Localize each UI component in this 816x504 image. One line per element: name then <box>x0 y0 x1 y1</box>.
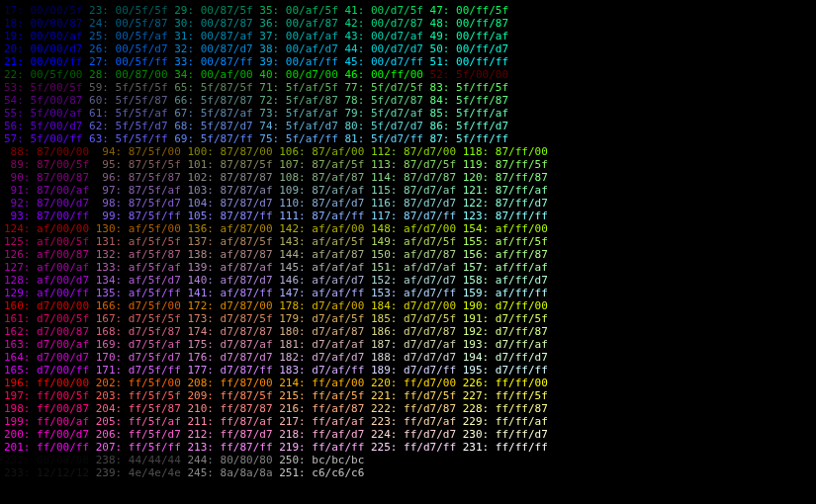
color-hex: 4e/4e/4e <box>122 466 187 479</box>
color-hex: 00/ff/d7 <box>449 42 514 55</box>
color-cell: 102: 87/87/87 <box>187 171 279 184</box>
color-hex: ff/ff/87 <box>489 402 554 415</box>
color-hex: 87/ff/af <box>489 184 554 197</box>
color-hex: 87/af/af <box>306 184 371 197</box>
color-cell: 68: 5f/87/d7 <box>174 120 259 132</box>
table-row: 21: 00/00/ff 27: 00/5f/ff 33: 00/87/ff 3… <box>4 55 812 68</box>
color-index: 37: <box>259 30 279 42</box>
color-index: 205: <box>96 415 123 428</box>
color-hex: d7/87/5f <box>214 312 279 325</box>
color-hex: 87/5f/ff <box>122 210 187 222</box>
color-index: 189: <box>371 364 398 377</box>
color-cell: 92: 87/00/d7 <box>4 197 96 210</box>
color-hex: 00/af/5f <box>279 4 344 17</box>
color-cell: 163: d7/00/af <box>4 338 96 351</box>
color-cell: 84: 5f/ff/87 <box>430 94 515 107</box>
color-index: 124: <box>4 222 31 235</box>
color-hex: 87/5f/87 <box>122 171 187 184</box>
table-row: 22: 00/5f/00 28: 00/87/00 34: 00/af/00 4… <box>4 68 812 81</box>
color-index: 193: <box>463 338 490 351</box>
color-cell: 110: 87/af/d7 <box>279 197 371 210</box>
color-index: 119: <box>463 158 490 171</box>
color-hex: af/00/87 <box>31 248 96 261</box>
color-hex: 5f/ff/d7 <box>449 120 514 132</box>
color-index: 28: <box>89 68 109 81</box>
color-hex: 5f/af/af <box>279 107 344 120</box>
color-hex: 5f/87/5f <box>194 81 259 94</box>
color-index: 173: <box>187 312 214 325</box>
color-cell: 62: 5f/5f/d7 <box>89 120 174 132</box>
color-index: 226: <box>463 377 490 389</box>
color-hex: af/af/5f <box>306 235 371 248</box>
color-cell: 138: af/87/87 <box>187 248 279 261</box>
color-cell: 99: 87/5f/ff <box>96 210 188 222</box>
color-index: 67: <box>174 107 194 120</box>
color-cell: 186: d7/d7/87 <box>371 325 463 338</box>
color-hex: af/5f/ff <box>122 287 187 299</box>
color-hex: d7/87/af <box>214 338 279 351</box>
color-index: 129: <box>4 287 31 299</box>
color-hex: d7/5f/ff <box>122 364 187 377</box>
color-cell: 197: ff/00/5f <box>4 389 96 402</box>
color-hex: 87/5f/5f <box>122 158 187 171</box>
color-cell: 192: d7/ff/87 <box>463 325 555 338</box>
color-hex: af/af/87 <box>306 248 371 261</box>
color-index: 90: <box>4 171 31 184</box>
color-index: 89: <box>4 158 31 171</box>
color-index: 127: <box>4 261 31 274</box>
color-hex: 5f/d7/87 <box>364 94 429 107</box>
color-hex: af/d7/5f <box>397 235 462 248</box>
color-cell: 159: af/ff/ff <box>463 287 555 299</box>
color-hex: 87/d7/5f <box>397 158 462 171</box>
color-index: 160: <box>4 299 31 312</box>
color-hex: af/af/af <box>306 261 371 274</box>
color-index: 46: <box>344 68 364 81</box>
color-index: 176: <box>187 351 214 364</box>
color-hex: 5f/d7/ff <box>364 132 429 145</box>
color-cell: 129: af/00/ff <box>4 287 96 299</box>
color-hex: 87/af/00 <box>306 145 371 158</box>
color-index: 183: <box>279 364 306 377</box>
color-index: 106: <box>279 145 306 158</box>
color-hex: 00/87/ff <box>194 55 259 68</box>
color-hex: 00/87/00 <box>109 68 174 81</box>
color-hex: af/af/00 <box>306 222 371 235</box>
color-cell: 54: 5f/00/87 <box>4 94 89 107</box>
color-index: 91: <box>4 184 31 197</box>
color-index: 179: <box>279 312 306 325</box>
color-index: 114: <box>371 171 398 184</box>
color-index: 233: <box>4 466 31 479</box>
color-cell: 41: 00/d7/5f <box>344 4 429 17</box>
color-cell: 141: af/87/ff <box>187 287 279 299</box>
color-hex: ff/5f/af <box>122 415 187 428</box>
color-cell: 188: d7/d7/d7 <box>371 351 463 364</box>
color-hex: ff/5f/00 <box>122 377 187 389</box>
color-cell: 43: 00/d7/af <box>344 30 429 42</box>
table-row: 164: d7/00/d7 170: d7/5f/d7 176: d7/87/d… <box>4 351 812 364</box>
color-hex: af/d7/00 <box>397 222 462 235</box>
color-index: 192: <box>463 325 490 338</box>
color-index: 149: <box>371 235 398 248</box>
color-index: 26: <box>89 42 109 55</box>
color-hex: af/00/d7 <box>31 274 96 287</box>
color-index: 25: <box>89 30 109 42</box>
color-index: 132: <box>96 248 123 261</box>
color-index: 112: <box>371 145 398 158</box>
color-index: 23: <box>89 4 109 17</box>
color-cell: 94: 87/5f/00 <box>96 145 188 158</box>
table-row: 160: d7/00/00 166: d7/5f/00 172: d7/87/0… <box>4 299 812 312</box>
color-cell: 201: ff/00/ff <box>4 441 96 454</box>
color-index: 214: <box>279 377 306 389</box>
color-hex: 87/ff/ff <box>489 210 554 222</box>
color-cell: 53: 5f/00/5f <box>4 81 89 94</box>
color-cell: 136: af/87/00 <box>187 222 279 235</box>
color-cell: 195: d7/ff/ff <box>463 364 555 377</box>
color-hex: 5f/00/00 <box>449 68 514 81</box>
color-cell: 19: 00/00/af <box>4 30 89 42</box>
color-cell: 161: d7/00/5f <box>4 312 96 325</box>
color-cell: 71: 5f/af/5f <box>259 81 344 94</box>
color-hex: d7/d7/87 <box>397 325 462 338</box>
color-cell: 26: 00/5f/d7 <box>89 42 174 55</box>
color-cell: 148: af/d7/00 <box>371 222 463 235</box>
color-cell: 166: d7/5f/00 <box>96 299 188 312</box>
